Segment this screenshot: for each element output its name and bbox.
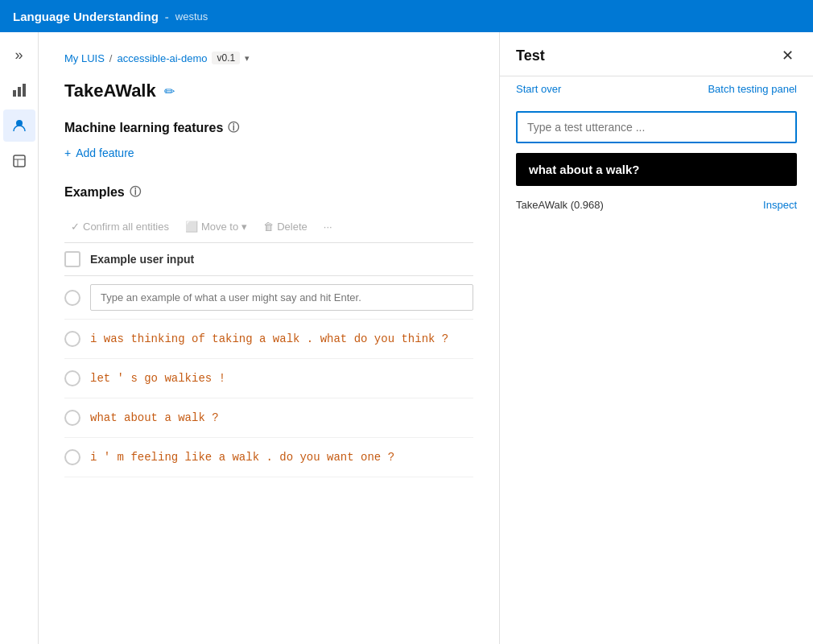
- examples-section-header: Examples ⓘ: [64, 185, 473, 200]
- move-to-chevron-icon: ▾: [241, 221, 247, 233]
- sidebar-collapse-icon[interactable]: »: [3, 39, 35, 71]
- test-panel-header: Test ✕: [500, 32, 813, 76]
- ml-info-icon[interactable]: ⓘ: [228, 121, 239, 135]
- add-icon: +: [64, 147, 71, 159]
- row-3-utterance: what about a walk ?: [90, 411, 219, 424]
- example-input-row: [64, 276, 473, 320]
- inspect-button[interactable]: Inspect: [763, 199, 797, 211]
- examples-label: Examples: [64, 185, 125, 200]
- sidebar-entities-icon[interactable]: [3, 145, 35, 177]
- test-panel-close-button[interactable]: ✕: [778, 43, 797, 68]
- test-panel-body: what about a walk? TakeAWalk (0.968) Ins…: [500, 101, 813, 644]
- examples-section: Examples ⓘ ✓ Confirm all entities ⬜ Move…: [64, 185, 473, 477]
- input-row-checkbox[interactable]: [64, 290, 80, 306]
- breadcrumb-app[interactable]: accessible-ai-demo: [117, 52, 207, 64]
- row-3-checkbox[interactable]: [64, 410, 80, 426]
- edit-icon[interactable]: ✏: [164, 84, 175, 99]
- svg-rect-4: [14, 155, 25, 167]
- ml-section-label: Machine learning features: [64, 121, 223, 135]
- breadcrumb-sep1: /: [109, 52, 113, 64]
- header-checkbox[interactable]: [64, 251, 80, 267]
- more-icon: ···: [324, 221, 332, 233]
- example-text-input[interactable]: [90, 284, 473, 311]
- checkmark-icon: ✓: [71, 221, 80, 233]
- svg-rect-2: [23, 84, 26, 97]
- row-1-checkbox[interactable]: [64, 331, 80, 347]
- topbar: Language Understanding - westus: [0, 0, 813, 32]
- examples-toolbar: ✓ Confirm all entities ⬜ Move to ▾ 🗑 Del…: [64, 211, 473, 243]
- breadcrumb-my-luis[interactable]: My LUIS: [64, 52, 105, 64]
- svg-rect-1: [18, 87, 21, 97]
- test-utterance-input[interactable]: [516, 111, 797, 143]
- more-options-button[interactable]: ···: [317, 217, 339, 236]
- table-header: Example user input: [64, 243, 473, 276]
- examples-info-icon[interactable]: ⓘ: [130, 185, 141, 200]
- delete-button[interactable]: 🗑 Delete: [257, 217, 314, 236]
- test-result-row: TakeAWalk (0.968) Inspect: [516, 196, 797, 214]
- example-row-1: i was thinking of taking a walk . what d…: [64, 320, 473, 359]
- confirm-entities-button[interactable]: ✓ Confirm all entities: [64, 217, 175, 236]
- move-to-label: Move to: [201, 221, 238, 233]
- sidebar: »: [0, 32, 39, 644]
- page-title-row: TakeAWalk ✏: [64, 80, 473, 101]
- test-panel-title: Test: [516, 47, 545, 64]
- sidebar-chart-icon[interactable]: [3, 74, 35, 106]
- breadcrumb-chevron-icon[interactable]: ▾: [245, 53, 250, 64]
- row-1-utterance: i was thinking of taking a walk . what d…: [90, 332, 448, 345]
- topbar-sep: -: [165, 10, 169, 23]
- example-row-2: let ' s go walkies !: [64, 359, 473, 398]
- start-over-button[interactable]: Start over: [516, 83, 561, 95]
- add-feature-label: Add feature: [76, 147, 134, 159]
- test-panel: Test ✕ Start over Batch testing panel wh…: [499, 32, 813, 644]
- test-utterance-bar: what about a walk?: [516, 153, 797, 186]
- move-icon: ⬜: [185, 221, 198, 233]
- page-title: TakeAWalk: [64, 80, 156, 101]
- move-to-button[interactable]: ⬜ Move to ▾: [179, 217, 254, 236]
- row-2-utterance: let ' s go walkies !: [90, 372, 225, 385]
- ml-section-header: Machine learning features ⓘ: [64, 121, 473, 135]
- row-2-checkbox[interactable]: [64, 370, 80, 386]
- breadcrumb: My LUIS / accessible-ai-demo v0.1 ▾: [64, 52, 473, 64]
- breadcrumb-version: v0.1: [212, 52, 240, 64]
- add-feature-button[interactable]: + Add feature: [64, 147, 473, 159]
- topbar-region: westus: [175, 10, 208, 23]
- test-panel-actions: Start over Batch testing panel: [500, 76, 813, 101]
- main-content: My LUIS / accessible-ai-demo v0.1 ▾ Take…: [39, 32, 499, 644]
- test-result-intent: TakeAWalk (0.968): [516, 199, 604, 211]
- row-4-utterance: i ' m feeling like a walk . do you want …: [90, 451, 394, 464]
- example-row-3: what about a walk ?: [64, 398, 473, 438]
- batch-testing-button[interactable]: Batch testing panel: [708, 83, 797, 95]
- row-4-checkbox[interactable]: [64, 449, 80, 465]
- table-header-label: Example user input: [90, 253, 194, 266]
- app-title: Language Understanding: [13, 10, 159, 23]
- sidebar-intents-icon[interactable]: [3, 109, 35, 142]
- trash-icon: 🗑: [263, 221, 274, 233]
- delete-label: Delete: [277, 221, 307, 233]
- example-row-4: i ' m feeling like a walk . do you want …: [64, 438, 473, 477]
- confirm-entities-label: Confirm all entities: [83, 221, 169, 233]
- svg-rect-0: [13, 90, 16, 97]
